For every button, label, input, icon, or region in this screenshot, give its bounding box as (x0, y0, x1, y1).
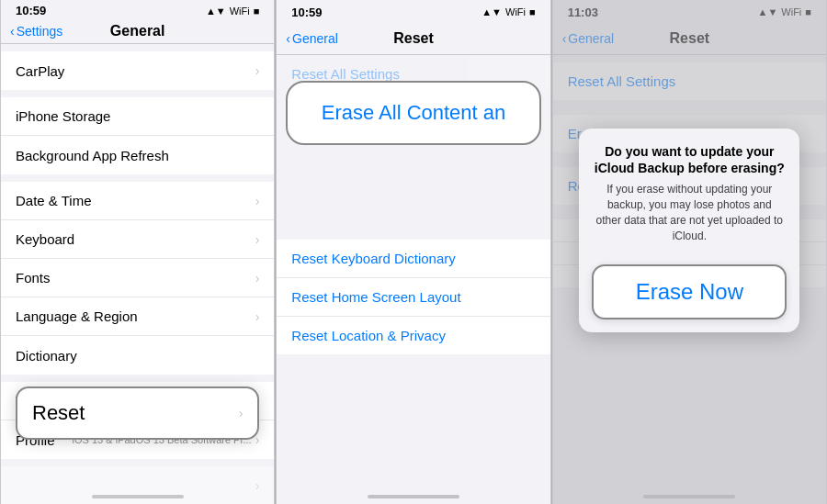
erase-now-label: Erase Now (636, 279, 743, 304)
language-region-chevron-icon: › (255, 309, 260, 324)
reset-home-screen[interactable]: Reset Home Screen Layout (277, 278, 549, 317)
erase-label: Erase All Content an (322, 101, 506, 125)
screen1-nav-bar: ‹ Settings General (1, 19, 274, 44)
alert-overlay: Do you want to update your iCloud Backup… (553, 0, 826, 504)
signal-icon: ▲▼ (481, 6, 502, 17)
erase-highlight-button[interactable]: Erase All Content an (286, 81, 540, 145)
list-item-carplay[interactable]: CarPlay › (1, 51, 274, 90)
reset-options-section: Reset Keyboard Dictionary Reset Home Scr… (277, 240, 549, 354)
screen1-section2: iPhone Storage Background App Refresh (1, 97, 274, 174)
screen2-title: Reset (393, 30, 434, 47)
screen2-nav-bar: ‹ General Reset (277, 22, 549, 55)
reset-keyboard-label: Reset Keyboard Dictionary (291, 251, 455, 266)
carplay-chevron-icon: › (255, 63, 260, 78)
date-time-chevron-icon: › (255, 194, 260, 208)
keyboard-chevron-icon: › (255, 232, 260, 247)
reset-location-label: Reset Location & Privacy (291, 328, 446, 343)
list-item-date-time[interactable]: Date & Time › (1, 182, 274, 220)
reset-location-privacy[interactable]: Reset Location & Privacy (277, 317, 549, 354)
screen1: 10:59 ▲▼ WiFi ■ ‹ Settings General CarPl… (0, 0, 275, 504)
back-chevron-icon: ‹ (10, 24, 15, 39)
list-item-fonts[interactable]: Fonts › (1, 259, 274, 297)
language-region-label: Language & Region (16, 308, 138, 324)
list-item-language-region[interactable]: Language & Region › (1, 297, 274, 336)
blank1-chevron-icon: › (255, 478, 260, 493)
background-app-refresh-label: Background App Refresh (16, 148, 169, 163)
battery-icon: ■ (529, 6, 536, 17)
fonts-label: Fonts (16, 270, 51, 286)
reset-label: Reset (32, 401, 85, 425)
screen1-home-indicator (92, 495, 184, 498)
alert-content: Do you want to update your iCloud Backup… (579, 129, 799, 255)
reset-highlight-button[interactable]: Reset › (16, 386, 259, 440)
list-item-iphone-storage[interactable]: iPhone Storage (1, 97, 274, 136)
screen2-status-bar: 10:59 ▲▼ WiFi ■ (277, 0, 549, 22)
list-item-dictionary[interactable]: Dictionary (1, 336, 274, 375)
screen1-back-button[interactable]: ‹ Settings (10, 24, 62, 39)
screen1-time: 10:59 (16, 4, 46, 17)
screen2: 10:59 ▲▼ WiFi ■ ‹ General Reset Reset Al… (276, 0, 550, 504)
keyboard-label: Keyboard (16, 231, 74, 247)
back-chevron-icon: ‹ (286, 31, 290, 46)
fonts-chevron-icon: › (255, 271, 260, 286)
screen1-status-icons: ▲▼ WiFi ■ (206, 6, 259, 17)
screen1-status-bar: 10:59 ▲▼ WiFi ■ (1, 0, 274, 19)
alert-box: Do you want to update your iCloud Backup… (579, 129, 799, 332)
screen1-section1: CarPlay › (1, 51, 274, 90)
screen3: 11:03 ▲▼ WiFi ■ ‹ General Reset Reset Al… (552, 0, 827, 504)
list-item-keyboard[interactable]: Keyboard › (1, 220, 274, 259)
screen1-title: General (110, 23, 165, 39)
wifi-icon: WiFi (505, 6, 526, 17)
screen2-back-button[interactable]: ‹ General (286, 31, 337, 46)
screen2-content: Reset All Settings Erase All Content an … (277, 55, 549, 504)
reset-home-label: Reset Home Screen Layout (291, 289, 460, 305)
battery-icon: ■ (254, 6, 260, 17)
reset-chevron-icon: › (239, 406, 244, 420)
list-item-background-app-refresh[interactable]: Background App Refresh (1, 136, 274, 174)
iphone-storage-label: iPhone Storage (16, 108, 110, 124)
wifi-icon: WiFi (230, 6, 250, 17)
alert-title: Do you want to update your iCloud Backup… (594, 143, 785, 176)
screen1-back-label: Settings (17, 24, 63, 39)
screen2-status-icons: ▲▼ WiFi ■ (481, 6, 535, 17)
erase-now-button[interactable]: Erase Now (592, 264, 787, 319)
reset-keyboard-dictionary[interactable]: Reset Keyboard Dictionary (277, 240, 549, 278)
screen1-section3: Date & Time › Keyboard › Fonts › Languag… (1, 182, 274, 375)
screen2-back-label: General (292, 31, 338, 46)
date-time-label: Date & Time (16, 193, 92, 208)
carplay-label: CarPlay (16, 63, 64, 79)
screen2-home-indicator (368, 495, 459, 498)
signal-icon: ▲▼ (206, 6, 226, 17)
alert-body: If you erase without updating your backu… (594, 182, 785, 243)
screen2-time: 10:59 (291, 6, 322, 19)
dictionary-label: Dictionary (16, 348, 77, 364)
